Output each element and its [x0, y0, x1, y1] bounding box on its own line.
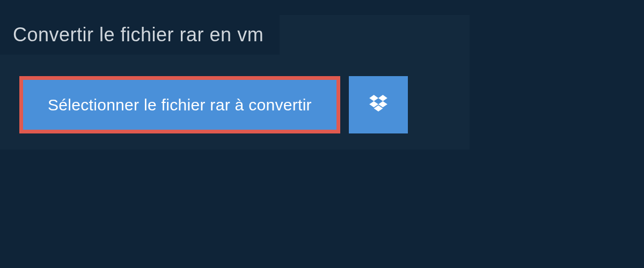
dropbox-icon: [367, 94, 390, 116]
header-tab: Convertir le fichier rar en vm: [0, 15, 280, 55]
dropbox-button[interactable]: [349, 76, 408, 133]
converter-panel: Convertir le fichier rar en vm Sélection…: [0, 15, 470, 150]
select-file-button[interactable]: Sélectionner le fichier rar à convertir: [19, 76, 340, 133]
page-title: Convertir le fichier rar en vm: [13, 24, 264, 46]
select-file-label: Sélectionner le fichier rar à convertir: [48, 96, 312, 114]
button-row: Sélectionner le fichier rar à convertir: [19, 76, 470, 133]
